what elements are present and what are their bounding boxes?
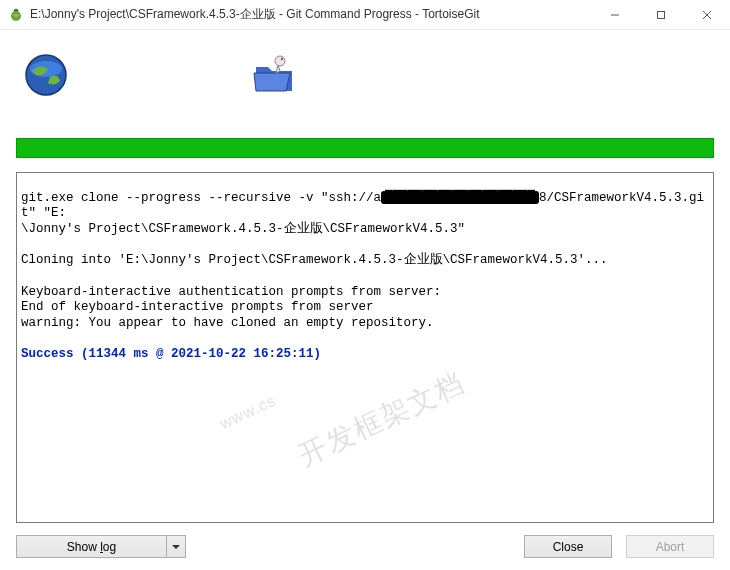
log-line: \Jonny's Project\CSFramework.4.5.3-企业版\C…: [21, 222, 465, 236]
dialog-client-area: git.exe clone --progress --recursive -v …: [0, 30, 730, 570]
window-minimize-button[interactable]: [592, 0, 638, 29]
redacted-host: ████████████████████: [381, 191, 539, 205]
animation-icon-row: [16, 40, 714, 110]
abort-button: Abort: [626, 535, 714, 558]
svg-rect-5: [658, 11, 665, 18]
show-log-dropdown-button[interactable]: [166, 535, 186, 558]
svg-point-11: [275, 56, 285, 66]
close-button[interactable]: Close: [524, 535, 612, 558]
window-close-button[interactable]: [684, 0, 730, 29]
svg-point-3: [16, 9, 17, 10]
log-line: Keyboard-interactive authentication prom…: [21, 285, 441, 299]
log-output[interactable]: git.exe clone --progress --recursive -v …: [16, 172, 714, 523]
log-line: warning: You appear to have cloned an em…: [21, 316, 434, 330]
dialog-button-row: Show log Close Abort: [16, 535, 714, 558]
chevron-down-icon: [172, 543, 180, 551]
log-success-line: Success (11344 ms @ 2021-10-22 16:25:11): [21, 347, 321, 361]
folder-transfer-icon: [250, 51, 298, 99]
log-line: git.exe clone --progress --recursive -v …: [21, 191, 704, 221]
globe-icon: [22, 51, 70, 99]
progress-bar: [16, 138, 714, 158]
window-title: E:\Jonny's Project\CSFramework.4.5.3-企业版…: [30, 6, 592, 23]
log-line: End of keyboard-interactive prompts from…: [21, 300, 374, 314]
show-log-label: Show log: [67, 540, 116, 554]
show-log-button[interactable]: Show log: [16, 535, 166, 558]
window-maximize-button[interactable]: [638, 0, 684, 29]
window-titlebar: E:\Jonny's Project\CSFramework.4.5.3-企业版…: [0, 0, 730, 30]
svg-point-2: [14, 9, 15, 10]
show-log-split-button[interactable]: Show log: [16, 535, 186, 558]
log-line: Cloning into 'E:\Jonny's Project\CSFrame…: [21, 253, 608, 267]
tortoisegit-app-icon: [8, 7, 24, 23]
svg-point-1: [14, 8, 19, 13]
svg-point-12: [281, 58, 283, 60]
